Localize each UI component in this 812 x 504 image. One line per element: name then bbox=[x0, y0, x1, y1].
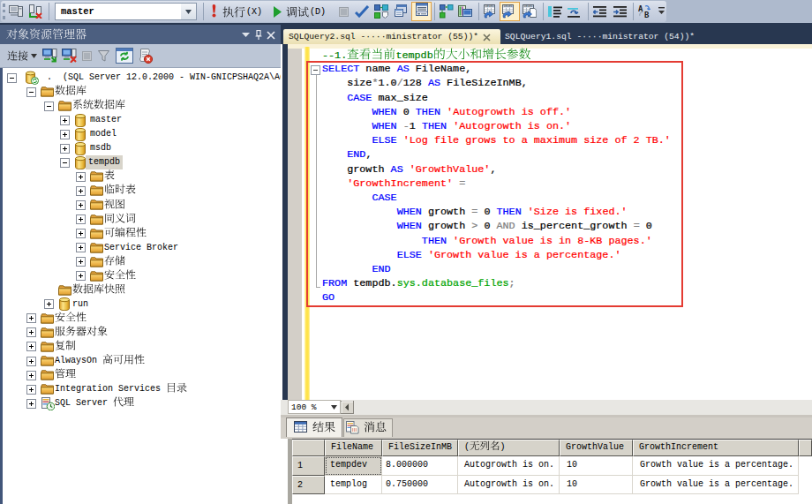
svg-text:B: B bbox=[644, 11, 650, 19]
svg-text:10101: 10101 bbox=[523, 4, 532, 8]
svg-text:10101: 10101 bbox=[503, 4, 512, 8]
svg-text:10101: 10101 bbox=[485, 4, 493, 8]
